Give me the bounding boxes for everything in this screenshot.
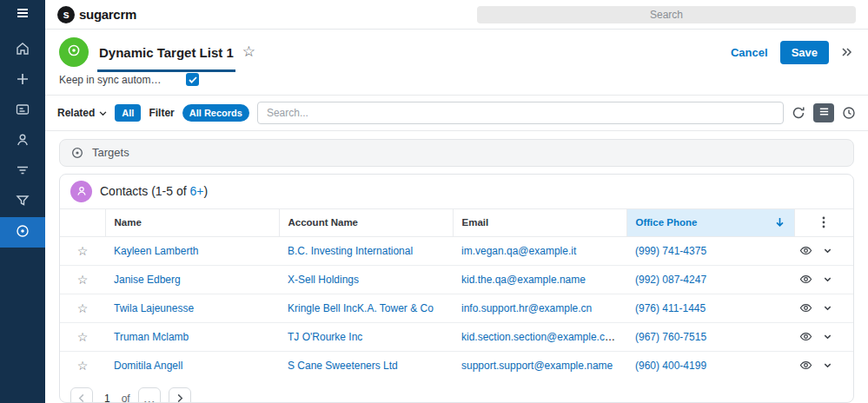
preview-eye-icon[interactable] — [799, 359, 812, 372]
list-view-toggle-button[interactable] — [813, 103, 834, 122]
account-name-link[interactable]: B.C. Investing International — [288, 245, 413, 257]
current-page-number: 1 — [101, 393, 114, 403]
preview-eye-icon[interactable] — [799, 330, 812, 343]
list-search-input[interactable] — [257, 102, 784, 124]
filter-lines-icon — [15, 162, 30, 182]
targets-panel-title: Targets — [92, 146, 129, 159]
column-header-name[interactable]: Name — [105, 208, 279, 236]
sidebar-item-funnel[interactable] — [0, 187, 45, 217]
preview-eye-icon[interactable] — [799, 244, 812, 257]
email-link[interactable]: im.vegan.qa@example.it — [461, 245, 576, 257]
filter-all-records-badge[interactable]: All Records — [182, 104, 249, 122]
email-link[interactable]: support.support@example.name — [461, 360, 613, 372]
sidebar-item-target-lists[interactable] — [0, 217, 45, 248]
save-button[interactable]: Save — [780, 41, 829, 64]
email-link[interactable]: info.support.hr@example.cn — [461, 302, 592, 314]
account-name-link[interactable]: S Cane Sweeteners Ltd — [288, 360, 398, 372]
table-row: ☆ Janise Edberg X-Sell Holdings kid.the.… — [60, 265, 853, 294]
favorite-star-icon[interactable]: ☆ — [242, 44, 255, 61]
table-row: ☆ Domitila Angell S Cane Sweeteners Ltd … — [60, 351, 853, 380]
targets-collapsed-panel[interactable]: Targets — [59, 139, 854, 167]
topbar: s sugarcrm — [45, 0, 868, 30]
list-view-icon — [818, 105, 830, 121]
sidebar-item-agenda[interactable] — [0, 96, 45, 126]
target-list-module-icon — [66, 43, 82, 62]
contact-name-link[interactable]: Domitila Angell — [114, 360, 182, 372]
next-page-button[interactable] — [169, 387, 191, 403]
chevron-down-icon — [99, 107, 107, 119]
filter-label: Filter — [149, 107, 174, 119]
sidebar-item-filters[interactable] — [0, 156, 45, 187]
favorite-star-icon[interactable]: ☆ — [77, 359, 89, 373]
contact-name-link[interactable]: Janise Edberg — [114, 274, 181, 286]
page-of-label: of — [122, 393, 130, 403]
person-icon — [15, 132, 30, 151]
sidebar-item-home[interactable] — [0, 35, 45, 65]
sidebar-item-create[interactable] — [0, 65, 45, 96]
sugarcrm-logo: s sugarcrm — [57, 6, 136, 23]
contacts-panel-title: Contacts (1-5 of 6+) — [100, 184, 208, 198]
favorite-star-icon[interactable]: ☆ — [77, 244, 89, 258]
row-chevron-down-icon[interactable] — [823, 360, 832, 370]
contact-name-link[interactable]: Twila Lajeunesse — [114, 302, 194, 314]
row-chevron-down-icon[interactable] — [823, 332, 832, 341]
cancel-button[interactable]: Cancel — [731, 46, 768, 59]
refresh-icon[interactable] — [792, 106, 805, 120]
main-area: s sugarcrm Dynamic Target List 1 ☆ Cance… — [45, 0, 868, 403]
email-link[interactable]: kid.the.qa@example.name — [461, 274, 586, 286]
column-header-email[interactable]: Email — [453, 208, 626, 236]
preview-eye-icon[interactable] — [799, 273, 812, 286]
column-header-office-phone[interactable]: Office Phone — [626, 208, 794, 236]
page-title: Dynamic Target List 1 — [97, 33, 235, 72]
account-name-link[interactable]: TJ O'Rourke Inc — [288, 331, 362, 343]
column-header-account[interactable]: Account Name — [279, 208, 453, 236]
keep-in-sync-label: Keep in sync automatic... — [59, 74, 163, 86]
favorite-star-icon[interactable]: ☆ — [77, 273, 89, 287]
phone-link[interactable]: (967) 760-7515 — [635, 331, 706, 343]
contact-name-link[interactable]: Truman Mclamb — [114, 331, 189, 343]
phone-link[interactable]: (999) 741-4375 — [635, 245, 706, 257]
related-all-badge[interactable]: All — [115, 104, 141, 122]
previous-page-button[interactable] — [70, 387, 93, 403]
table-row: ☆ Twila Lajeunesse Kringle Bell IncK.A. … — [60, 294, 853, 322]
pagination: 1 of ... — [60, 380, 853, 403]
preview-eye-icon[interactable] — [799, 301, 812, 314]
row-chevron-down-icon[interactable] — [823, 246, 832, 255]
app-window: s sugarcrm Dynamic Target List 1 ☆ Cance… — [0, 0, 868, 403]
account-name-link[interactable]: X-Sell Holdings — [288, 274, 359, 286]
phone-link[interactable]: (992) 087-4247 — [635, 274, 706, 286]
funnel-icon — [15, 193, 30, 212]
favorite-star-icon[interactable]: ☆ — [77, 330, 89, 344]
email-link[interactable]: kid.section.section@example.co.jp — [461, 331, 621, 343]
phone-link[interactable]: (976) 411-1445 — [635, 302, 706, 314]
target-list-avatar — [59, 37, 89, 67]
table-row: ☆ Kayleen Lamberth B.C. Investing Intern… — [60, 236, 853, 265]
page-count-button[interactable]: ... — [138, 387, 161, 403]
column-options-header — [794, 208, 853, 236]
contacts-module-icon — [70, 181, 92, 202]
row-chevron-down-icon[interactable] — [823, 303, 832, 313]
history-clock-icon[interactable] — [842, 106, 856, 120]
sidebar-nav — [0, 30, 45, 248]
account-name-link[interactable]: Kringle Bell IncK.A. Tower & Co — [288, 302, 434, 314]
kebab-menu-icon[interactable] — [804, 216, 845, 228]
keep-in-sync-checkbox[interactable] — [186, 73, 199, 86]
related-dropdown[interactable]: Related — [57, 107, 107, 119]
sugarcrm-logo-text: sugarcrm — [79, 7, 136, 22]
row-chevron-down-icon[interactable] — [823, 274, 832, 284]
targets-module-icon — [70, 146, 84, 160]
contact-name-link[interactable]: Kayleen Lamberth — [114, 245, 198, 257]
sidebar-item-contacts[interactable] — [0, 126, 45, 156]
hamburger-menu-button[interactable] — [0, 0, 45, 30]
related-dropdown-label: Related — [57, 107, 95, 119]
double-chevron-right-icon[interactable] — [841, 47, 852, 57]
home-icon — [15, 41, 30, 60]
global-search-input[interactable] — [477, 6, 856, 23]
sugarcrm-logo-icon: s — [57, 6, 75, 23]
card-icon — [15, 102, 30, 121]
favorite-star-icon[interactable]: ☆ — [77, 301, 89, 315]
phone-link[interactable]: (960) 400-4199 — [635, 360, 706, 372]
contacts-count-link[interactable]: 6+ — [190, 184, 204, 198]
sort-desc-arrow-icon — [774, 216, 785, 229]
plus-icon — [15, 71, 30, 90]
